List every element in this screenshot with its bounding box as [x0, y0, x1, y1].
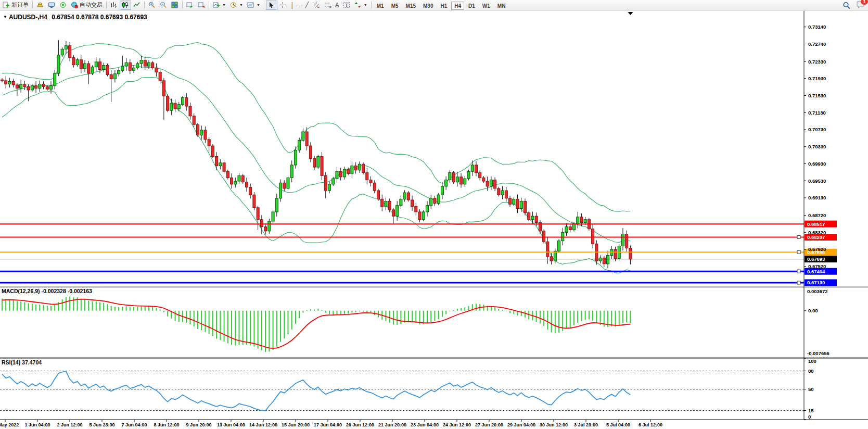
text-tool[interactable]: A: [334, 2, 341, 9]
candle-body: [309, 146, 312, 159]
candle-body: [433, 198, 436, 204]
candle-body: [241, 175, 244, 182]
line-drag-handle[interactable]: [797, 236, 800, 239]
timeframe-button-D1[interactable]: D1: [465, 2, 478, 10]
price-chart-canvas[interactable]: 0.685170.682070.678550.676930.674040.671…: [0, 10, 868, 429]
chart-shift-button[interactable]: [196, 1, 207, 10]
candle-body: [110, 74, 112, 79]
candle-body: [321, 157, 323, 176]
candle-body: [91, 67, 94, 73]
candle-body: [460, 177, 463, 184]
candle-body: [76, 60, 79, 65]
trendline-tool[interactable]: ╱: [303, 2, 311, 8]
horizontal-line-tool[interactable]: —: [296, 2, 303, 8]
candle-body: [170, 103, 173, 110]
timeframe-button-MN[interactable]: MN: [494, 2, 509, 10]
arrows-tool-button[interactable]: ▼: [352, 1, 369, 10]
candle-body: [155, 68, 158, 72]
candle-body: [358, 164, 361, 170]
timeframe-button-H1[interactable]: H1: [437, 2, 450, 10]
candle-body: [16, 85, 18, 89]
template-chart-icon: [247, 2, 254, 8]
rsi-line: [2, 371, 630, 411]
chevron-down-icon: ▼: [222, 3, 226, 7]
candle-body: [133, 68, 135, 70]
symbol-dropdown-icon[interactable]: ▼: [3, 15, 7, 19]
candle-body: [400, 199, 402, 205]
autotrade-globe-icon: [71, 2, 78, 8]
candle-body: [569, 227, 571, 230]
panel-separator[interactable]: [0, 287, 868, 288]
text-label-tool-button[interactable]: T: [341, 1, 352, 10]
rsi-tick-label: 15: [808, 408, 814, 413]
line-chart-mode-button[interactable]: [131, 1, 143, 10]
candle-body: [381, 199, 384, 207]
bar-chart-mode-button[interactable]: [108, 1, 120, 10]
candle-body: [129, 62, 131, 70]
macd-axis-min: -0.007656: [807, 350, 829, 356]
text-label-icon: T: [343, 2, 350, 8]
new-chart-button[interactable]: ▼: [211, 1, 228, 10]
line-drag-handle[interactable]: [797, 270, 800, 273]
timeframe-button-M15[interactable]: M15: [403, 2, 419, 10]
candle-body: [103, 65, 105, 69]
timeframe-button-M1[interactable]: M1: [374, 2, 387, 10]
templates-button[interactable]: ▼: [245, 1, 262, 10]
cursor-tool-button[interactable]: [266, 1, 277, 10]
panel-separator[interactable]: [0, 286, 868, 287]
candle-body: [253, 195, 256, 208]
market-watch-button[interactable]: [34, 1, 46, 10]
search-icon[interactable]: [843, 2, 851, 10]
rsi-tick-label: 0: [808, 414, 811, 420]
terminal-button[interactable]: [46, 1, 57, 10]
candle-body: [418, 212, 421, 220]
timeframe-button-W1[interactable]: W1: [479, 2, 493, 10]
candle-body: [464, 179, 466, 184]
fibonacci-tool-button[interactable]: F: [322, 1, 334, 10]
time-tick-label: 30 Jun 12:00: [540, 422, 568, 427]
line-drag-handle[interactable]: [797, 250, 800, 254]
crosshair-tool-button[interactable]: [277, 1, 289, 10]
price-tick-label: 0.72740: [808, 41, 826, 47]
candle-body: [543, 231, 545, 242]
time-tick-label: 9 Jun 20:00: [186, 422, 211, 427]
candle-body: [441, 186, 443, 195]
candle-body: [268, 221, 271, 231]
zoom-in-button[interactable]: [146, 1, 158, 10]
notifications-chat[interactable]: 1: [856, 1, 865, 11]
vertical-line-tool[interactable]: │: [289, 2, 296, 8]
terminal-icon: [48, 2, 55, 8]
candle-body: [223, 163, 225, 171]
rsi-tick-label: 80: [808, 368, 814, 374]
time-tick-label: 23 Jun 04:00: [411, 422, 439, 427]
candle-body: [505, 191, 507, 198]
chart-forward-button[interactable]: [184, 1, 196, 10]
candle-body: [509, 198, 512, 204]
timeframe-button-M30[interactable]: M30: [420, 2, 436, 10]
candle-chart-mode-button[interactable]: [120, 1, 131, 10]
candle-body: [219, 163, 222, 166]
candle-body: [204, 130, 207, 140]
mt4-window: 新订单 自动交易: [0, 0, 868, 429]
chart-shift-icon: [198, 2, 205, 8]
price-tick-label: 0.68320: [808, 230, 826, 235]
panel-separator[interactable]: [0, 358, 868, 359]
line-drag-handle[interactable]: [797, 281, 800, 284]
candle-body: [449, 173, 451, 180]
timeframe-button-H4[interactable]: H4: [451, 2, 464, 10]
timeframe-button-M5[interactable]: M5: [388, 2, 402, 10]
periods-button[interactable]: ▼: [228, 1, 245, 10]
candle-body: [396, 206, 399, 216]
zoom-out-button[interactable]: [158, 1, 169, 10]
channel-tool-button[interactable]: E: [311, 1, 322, 10]
panel-separator[interactable]: [0, 357, 868, 358]
auto-trading-button[interactable]: 自动交易: [69, 1, 105, 10]
new-order-button[interactable]: 新订单: [1, 1, 31, 10]
time-tick-label: 13 Jun 04:00: [217, 422, 245, 427]
candle-body: [189, 106, 192, 116]
candle-body: [411, 200, 414, 206]
tile-windows-button[interactable]: [169, 1, 181, 10]
candle-body: [351, 166, 353, 174]
signal-button[interactable]: [57, 1, 69, 10]
shift-marker-icon[interactable]: [628, 12, 633, 15]
